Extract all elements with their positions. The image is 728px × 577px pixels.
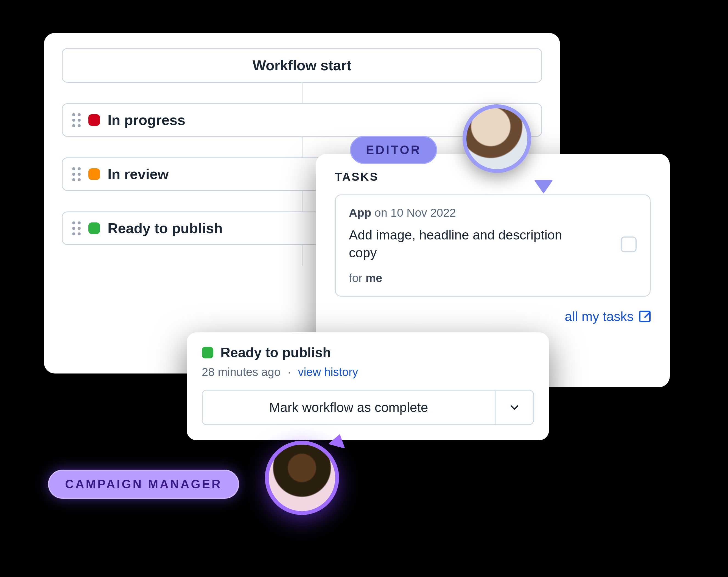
- status-label: Ready to publish: [220, 345, 331, 360]
- all-my-tasks-link[interactable]: all my tasks: [565, 309, 651, 324]
- status-heading: Ready to publish: [202, 345, 534, 360]
- workflow-connector: [302, 245, 303, 266]
- task-on-word: on: [374, 206, 387, 219]
- all-my-tasks-label: all my tasks: [565, 309, 633, 324]
- workflow-connector: [302, 137, 303, 157]
- stage-label: In review: [108, 166, 169, 182]
- task-assignee: me: [366, 272, 382, 284]
- role-label: EDITOR: [366, 143, 421, 156]
- task-date: 10 Nov 2022: [391, 206, 456, 219]
- avatar-editor: [463, 104, 531, 173]
- chevron-down-icon: [510, 403, 519, 412]
- task-assignee-line: for me: [349, 272, 636, 285]
- status-ago: 28 minutes ago: [202, 366, 281, 378]
- workflow-connector: [302, 191, 303, 211]
- workflow-connector: [302, 83, 303, 103]
- role-pill-campaign-manager: CAMPAIGN MANAGER: [48, 470, 239, 499]
- mark-complete-label: Mark workflow as complete: [269, 400, 428, 415]
- drag-handle-icon[interactable]: [72, 221, 81, 235]
- task-description: Add image, headline and description copy: [349, 226, 574, 262]
- status-subline: 28 minutes ago · view history: [202, 366, 534, 379]
- mark-complete-split-button: Mark workflow as complete: [202, 390, 534, 425]
- task-for-word: for: [349, 272, 362, 284]
- status-color-icon: [202, 347, 213, 358]
- task-card[interactable]: App on 10 Nov 2022 Add image, headline a…: [335, 195, 651, 297]
- workflow-start-node[interactable]: Workflow start: [62, 48, 542, 83]
- mark-complete-button[interactable]: Mark workflow as complete: [203, 391, 495, 424]
- task-meta: App on 10 Nov 2022: [349, 206, 636, 220]
- view-history-link[interactable]: view history: [298, 366, 358, 378]
- cursor-pointer-icon: [534, 180, 553, 194]
- status-color-icon: [88, 222, 100, 234]
- external-link-icon: [639, 310, 651, 322]
- workflow-start-label: Workflow start: [253, 57, 352, 73]
- avatar-campaign-manager: [265, 441, 339, 515]
- drag-handle-icon[interactable]: [72, 167, 81, 181]
- role-label: CAMPAIGN MANAGER: [65, 477, 222, 491]
- status-color-icon: [88, 114, 100, 126]
- mark-complete-dropdown-toggle[interactable]: [495, 391, 533, 424]
- status-popover: Ready to publish 28 minutes ago · view h…: [187, 332, 549, 440]
- task-source: App: [349, 206, 371, 219]
- status-color-icon: [88, 168, 100, 180]
- stage-label: Ready to publish: [108, 220, 223, 236]
- task-checkbox[interactable]: [621, 236, 636, 252]
- drag-handle-icon[interactable]: [72, 113, 81, 127]
- role-pill-editor: EDITOR: [350, 136, 437, 164]
- separator-dot-icon: ·: [288, 366, 291, 378]
- stage-label: In progress: [108, 112, 185, 128]
